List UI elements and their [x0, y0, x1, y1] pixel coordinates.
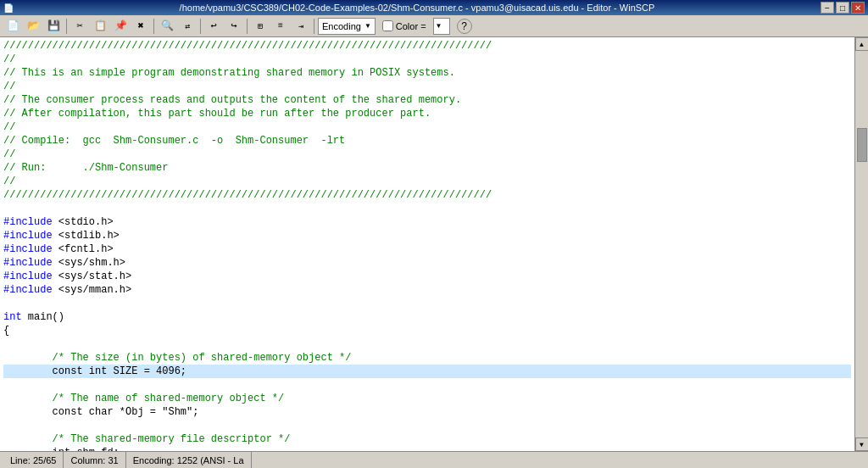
- settings-button[interactable]: ⊞: [251, 17, 270, 36]
- color-checkbox[interactable]: [382, 20, 393, 31]
- format-button[interactable]: ≡: [271, 17, 290, 36]
- title-bar-text: /home/vpamu3/CSC389/CH02-Code-Examples-0…: [14, 3, 821, 13]
- encoding-dropdown[interactable]: Encoding ▼: [318, 18, 376, 35]
- status-column: Column: 31: [64, 452, 125, 468]
- paste-button[interactable]: 📌: [111, 17, 130, 36]
- color-label: Color =: [396, 21, 426, 31]
- separator-4: [247, 19, 248, 34]
- replace-button[interactable]: ⇄: [178, 17, 197, 36]
- encoding-dropdown-arrow: ▼: [364, 22, 371, 30]
- title-bar-icon: 📄: [3, 3, 14, 13]
- search-button[interactable]: 🔍: [158, 17, 176, 36]
- save-button[interactable]: 💾: [44, 17, 63, 36]
- encoding-label: Encoding: [322, 21, 361, 31]
- undo-button[interactable]: ↩: [204, 17, 223, 36]
- copy-button[interactable]: 📋: [91, 17, 109, 36]
- vertical-scrollbar[interactable]: ▲ ▼: [854, 37, 868, 451]
- minimize-button[interactable]: −: [821, 2, 834, 14]
- color-dropdown-arrow: ▼: [436, 22, 442, 30]
- color-checkbox-area: Color =: [382, 20, 426, 31]
- status-line: Line: 25/65: [3, 452, 64, 468]
- scroll-thumb[interactable]: [857, 128, 867, 162]
- status-bar: Line: 25/65 Column: 31 Encoding: 1252 (A…: [0, 451, 868, 468]
- toolbar: 📄 📂 💾 ✂ 📋 📌 ✖ 🔍 ⇄ ↩ ↪ ⊞ ≡ ⇥ Encoding ▼ C…: [0, 15, 868, 37]
- scroll-down-arrow[interactable]: ▼: [855, 437, 869, 451]
- indent-button[interactable]: ⇥: [292, 17, 310, 36]
- separator-1: [66, 19, 67, 34]
- redo-button[interactable]: ↪: [225, 17, 243, 36]
- new-file-button[interactable]: 📄: [3, 17, 22, 36]
- status-encoding: Encoding: 1252 (ANSI - La: [126, 452, 252, 468]
- separator-3: [200, 19, 201, 34]
- scroll-up-arrow[interactable]: ▲: [855, 37, 869, 51]
- scroll-track[interactable]: [856, 51, 868, 437]
- code-editor[interactable]: ////////////////////////////////////////…: [0, 37, 854, 451]
- cut-button[interactable]: ✂: [70, 17, 89, 36]
- separator-2: [153, 19, 154, 34]
- open-file-button[interactable]: 📂: [24, 17, 42, 36]
- title-bar: 📄 /home/vpamu3/CSC389/CH02-Code-Examples…: [0, 0, 868, 15]
- color-dropdown[interactable]: ▼: [433, 18, 450, 35]
- help-button[interactable]: ?: [457, 19, 472, 34]
- delete-button[interactable]: ✖: [131, 17, 150, 36]
- editor-container: ////////////////////////////////////////…: [0, 37, 868, 451]
- maximize-button[interactable]: □: [836, 2, 849, 14]
- close-button[interactable]: ✕: [851, 2, 865, 14]
- separator-5: [314, 19, 314, 34]
- window-controls: − □ ✕: [821, 2, 865, 14]
